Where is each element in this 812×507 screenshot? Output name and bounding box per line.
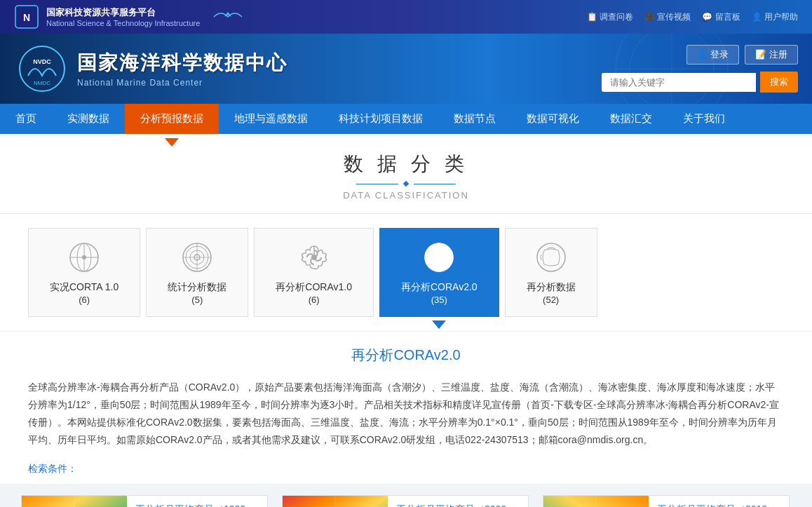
nsti-name-cn: 国家科技资源共享服务平台: [46, 6, 200, 19]
nav-item-visual[interactable]: 数据可视化: [511, 104, 595, 134]
category-count-stats: (5): [191, 295, 203, 305]
nsti-link-video[interactable]: 🎥 宣传视频: [644, 11, 691, 23]
nav-item-home[interactable]: 首页: [0, 104, 52, 134]
title-line-right: [414, 184, 456, 184]
search-input[interactable]: [602, 73, 756, 92]
category-icon-corav2: [421, 240, 456, 275]
nsti-banner: N 国家科技资源共享服务平台 National Science & Techno…: [0, 0, 812, 34]
data-card-1: 再分析月平均产品（1989-1999） 115.71G 在十三五期间，国家海洋信…: [21, 495, 268, 507]
search-conditions: 检索条件：: [0, 460, 812, 484]
page-title-section: 数 据 分 类 DATA CLASSIFICATION: [0, 134, 812, 214]
data-cards-container: 再分析月平均产品（1989-1999） 115.71G 在十三五期间，国家海洋信…: [0, 484, 812, 507]
svg-text:NVDC: NVDC: [33, 58, 51, 65]
category-corav2[interactable]: 再分析CORAv2.0 (35): [379, 228, 499, 317]
nsti-name-en: National Science & Technology Infrastruc…: [46, 19, 200, 27]
card-title-1[interactable]: 再分析月平均产品（1989-1999）: [135, 503, 259, 507]
header: NVDC NMDC 国家海洋科学数据中心 National Marine Dat…: [0, 34, 812, 104]
categories-bar: 实况CORTA 1.0 (6) 统计分析数据 (5): [0, 214, 812, 332]
svg-point-20: [311, 255, 317, 260]
card-image-2: [283, 496, 388, 507]
nav-item-geo[interactable]: 地理与遥感数据: [219, 104, 323, 134]
logo-area: NVDC NMDC 国家海洋科学数据中心 National Marine Dat…: [14, 41, 287, 97]
main-nav: 首页 实测数据 分析预报数据 地理与遥感数据 科技计划项目数据 数据节点 数据可…: [0, 104, 812, 134]
category-label-reanalysis: 再分析数据: [527, 280, 576, 295]
nav-item-exchange[interactable]: 数据汇交: [595, 104, 668, 134]
data-card-3: 再分析月平均产品（2010-2019） 111.33G 在十三五期间，国家海洋信…: [543, 495, 790, 507]
nav-active-arrow: [165, 138, 179, 147]
category-count-corta: (6): [79, 295, 90, 305]
nsti-link-message[interactable]: 💬 留言板: [702, 11, 740, 23]
category-corta[interactable]: 实况CORTA 1.0 (6): [28, 228, 140, 317]
search-button[interactable]: 搜索: [760, 72, 798, 93]
category-icon-corav1: [297, 240, 332, 275]
category-reanalysis[interactable]: 再分析数据 (52): [505, 228, 597, 317]
category-corav1[interactable]: 再分析CORAv1.0 (6): [254, 228, 374, 317]
nav-item-analysis[interactable]: 分析预报数据: [125, 104, 219, 134]
page-title-en: DATA CLASSIFICATION: [0, 190, 812, 201]
nsti-logo-area: N 国家科技资源共享服务平台 National Science & Techno…: [14, 4, 249, 29]
nsti-logo-icon: N: [14, 4, 39, 29]
section-title: 再分析CORAv2.0: [0, 332, 812, 372]
title-decoration: [0, 182, 812, 186]
nav-item-measured[interactable]: 实测数据: [52, 104, 125, 134]
card-image-1: [22, 496, 127, 507]
card-inner-2: 再分析月平均产品（2000-2009） 107.44G 在十三五期间，国家海洋信…: [283, 496, 528, 507]
nmdc-logo-icon: NVDC NMDC: [14, 41, 70, 97]
nsti-link-survey[interactable]: 📋 调查问卷: [587, 11, 633, 23]
category-label-stats: 统计分析数据: [168, 280, 226, 295]
category-icon-reanalysis: [534, 240, 569, 275]
title-line-left: [356, 184, 398, 184]
login-button[interactable]: 👤 登录: [686, 45, 740, 65]
description-text: 全球高分辨率冰-海耦合再分析产品（CORAv2.0），原始产品要素包括海洋海面高…: [28, 379, 784, 449]
logo-text: 国家海洋科学数据中心 National Marine Data Center: [77, 50, 287, 88]
card-title-3[interactable]: 再分析月平均产品（2010-2019）: [657, 503, 780, 507]
card-inner-1: 再分析月平均产品（1989-1999） 115.71G 在十三五期间，国家海洋信…: [22, 496, 267, 507]
logo-en: National Marine Data Center: [77, 78, 287, 88]
category-stats[interactable]: 统计分析数据 (5): [146, 228, 248, 317]
category-count-corav2: (35): [431, 295, 447, 305]
category-icon-corta: [67, 240, 102, 275]
header-right: 👤 登录 📝 注册 搜索: [602, 45, 798, 93]
svg-text:NMDC: NMDC: [34, 80, 50, 86]
card-inner-3: 再分析月平均产品（2010-2019） 111.33G 在十三五期间，国家海洋信…: [543, 496, 789, 507]
category-label-corta: 实况CORTA 1.0: [50, 280, 119, 295]
category-icon-stats: [180, 240, 215, 275]
card-image-3: [543, 496, 649, 507]
svg-point-13: [82, 255, 86, 259]
nsti-decorative-bird: [207, 6, 249, 27]
category-count-corav1: (6): [309, 295, 320, 305]
category-label-corav2: 再分析CORAv2.0: [401, 280, 478, 295]
auth-buttons: 👤 登录 📝 注册: [686, 45, 798, 65]
data-card-2: 再分析月平均产品（2000-2009） 107.44G 在十三五期间，国家海洋信…: [282, 495, 529, 507]
nsti-link-help[interactable]: 👤 用户帮助: [752, 11, 798, 23]
nsti-links: 📋 调查问卷 🎥 宣传视频 💬 留言板 👤 用户帮助: [587, 11, 798, 23]
card-content-2: 再分析月平均产品（2000-2009） 107.44G 在十三五期间，国家海洋信…: [388, 496, 528, 507]
category-count-reanalysis: (52): [543, 295, 559, 305]
card-content-3: 再分析月平均产品（2010-2019） 111.33G 在十三五期间，国家海洋信…: [649, 496, 789, 507]
nav-item-sci[interactable]: 科技计划项目数据: [323, 104, 438, 134]
title-diamond: [403, 181, 409, 187]
card-content-1: 再分析月平均产品（1989-1999） 115.71G 在十三五期间，国家海洋信…: [127, 496, 267, 507]
register-button[interactable]: 📝 注册: [745, 45, 798, 65]
search-bar: 搜索: [602, 72, 798, 93]
nav-item-about[interactable]: 关于我们: [668, 104, 740, 134]
svg-text:N: N: [23, 12, 30, 23]
nav-item-nodes[interactable]: 数据节点: [438, 104, 511, 134]
category-label-corav1: 再分析CORAv1.0: [276, 280, 352, 295]
card-title-2[interactable]: 再分析月平均产品（2000-2009）: [396, 503, 520, 507]
section-description: 全球高分辨率冰-海耦合再分析产品（CORAv2.0），原始产品要素包括海洋海面高…: [0, 372, 812, 461]
page-title-cn: 数 据 分 类: [0, 151, 812, 177]
category-active-arrow: [432, 320, 446, 329]
logo-cn: 国家海洋科学数据中心: [77, 50, 287, 76]
